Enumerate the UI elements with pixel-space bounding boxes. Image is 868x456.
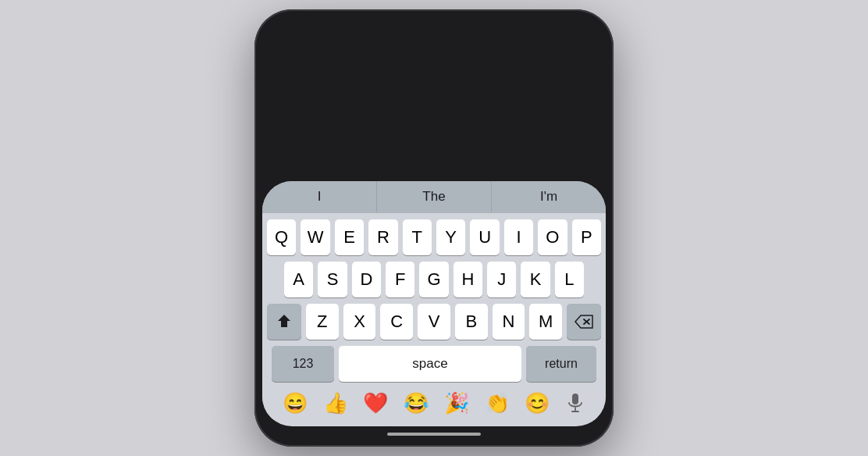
delete-icon bbox=[574, 314, 594, 330]
key-s[interactable]: S bbox=[318, 262, 347, 297]
key-v[interactable]: V bbox=[418, 304, 450, 340]
key-o[interactable]: O bbox=[538, 219, 567, 255]
key-i[interactable]: I bbox=[504, 219, 533, 255]
key-row-2: A S D F G H J K L bbox=[267, 262, 601, 297]
emoji-laugh[interactable]: 😂 bbox=[404, 391, 429, 415]
key-y[interactable]: Y bbox=[436, 219, 465, 255]
home-indicator bbox=[387, 433, 481, 436]
emoji-smile[interactable]: 😊 bbox=[525, 391, 550, 415]
key-row-1: Q W E R T Y U I O P bbox=[267, 219, 601, 255]
key-g[interactable]: G bbox=[419, 262, 448, 297]
numbers-button[interactable]: 123 bbox=[272, 346, 334, 382]
emoji-heart[interactable]: ❤️ bbox=[363, 391, 388, 415]
key-l[interactable]: L bbox=[555, 262, 584, 297]
key-d[interactable]: D bbox=[352, 262, 381, 297]
key-p[interactable]: P bbox=[572, 219, 601, 255]
key-row-bottom: 123 space return bbox=[267, 346, 601, 382]
key-z[interactable]: Z bbox=[306, 304, 339, 340]
predictive-bar: I The I'm bbox=[262, 181, 606, 213]
shift-button[interactable] bbox=[267, 304, 301, 340]
key-u[interactable]: U bbox=[470, 219, 499, 255]
keyboard-area: I The I'm Q W E R T Y U I O P A S bbox=[262, 181, 606, 426]
key-e[interactable]: E bbox=[335, 219, 364, 255]
delete-button[interactable] bbox=[567, 304, 601, 340]
return-button[interactable]: return bbox=[526, 346, 596, 382]
emoji-party[interactable]: 🎉 bbox=[444, 391, 469, 415]
key-r[interactable]: R bbox=[368, 219, 397, 255]
key-q[interactable]: Q bbox=[267, 219, 296, 255]
key-k[interactable]: K bbox=[521, 262, 550, 297]
key-c[interactable]: C bbox=[380, 304, 413, 340]
predictive-item-im[interactable]: I'm bbox=[492, 181, 606, 212]
key-w[interactable]: W bbox=[301, 219, 329, 255]
key-j[interactable]: J bbox=[487, 262, 516, 297]
key-t[interactable]: T bbox=[403, 219, 432, 255]
key-h[interactable]: H bbox=[454, 262, 482, 297]
key-a[interactable]: A bbox=[284, 262, 313, 297]
predictive-item-the[interactable]: The bbox=[377, 181, 492, 212]
phone-frame: I The I'm Q W E R T Y U I O P A S bbox=[254, 9, 614, 447]
emoji-bar: 😄 👍 ❤️ 😂 🎉 👏 😊 bbox=[262, 385, 606, 420]
emoji-thumbsup[interactable]: 👍 bbox=[323, 391, 348, 415]
predictive-item-i[interactable]: I bbox=[262, 181, 377, 212]
emoji-clap[interactable]: 👏 bbox=[485, 391, 510, 415]
shift-icon bbox=[276, 313, 292, 330]
key-row-3: Z X C V B N M bbox=[267, 304, 601, 340]
key-m[interactable]: M bbox=[529, 304, 562, 340]
keyboard-body: Q W E R T Y U I O P A S D F G H J K bbox=[262, 213, 606, 385]
key-b[interactable]: B bbox=[455, 304, 488, 340]
microphone-button[interactable] bbox=[565, 394, 585, 414]
key-n[interactable]: N bbox=[493, 304, 525, 340]
space-button[interactable]: space bbox=[339, 346, 521, 382]
svg-rect-2 bbox=[572, 394, 578, 404]
key-x[interactable]: X bbox=[343, 304, 376, 340]
emoji-smiley[interactable]: 😄 bbox=[283, 391, 308, 415]
microphone-icon bbox=[567, 393, 583, 415]
key-f[interactable]: F bbox=[386, 262, 414, 297]
